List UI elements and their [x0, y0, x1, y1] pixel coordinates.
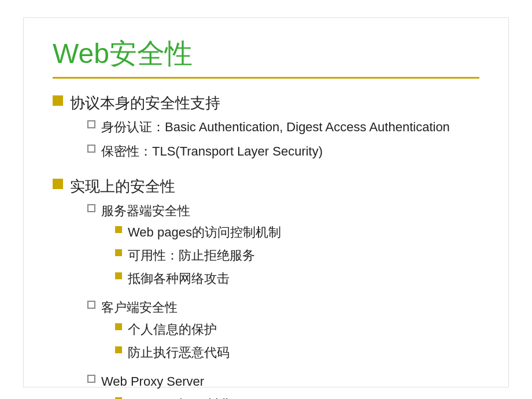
l2-text: 服务器端安全性: [101, 202, 281, 220]
l2-bullet-icon: [87, 375, 95, 383]
l3-text: 个人信息的保护: [128, 320, 217, 339]
l1-content: 实现上的安全性 服务器端安全性 Web pages的访问控制机制: [70, 176, 281, 399]
slide: Web安全性 协议本身的安全性支持 身份认证：Basic Authenticat…: [23, 17, 509, 387]
l2-bullet-icon: [87, 145, 95, 153]
l1-text: 协议本身的安全性支持: [70, 93, 450, 113]
l3-text: 防止执行恶意代码: [128, 343, 230, 362]
l2-content: Web Proxy Server Man-In-The-Middle: [101, 372, 235, 399]
l1-children: 身份认证：Basic Authentication, Digest Access…: [87, 118, 450, 161]
l3-text-mitm: Man-In-The-Middle: [128, 394, 235, 399]
l1-bullet-icon: [53, 179, 63, 189]
l2-bullet-icon: [87, 120, 95, 128]
list-item: Web Proxy Server Man-In-The-Middle: [87, 372, 281, 399]
l1-content: 协议本身的安全性支持 身份认证：Basic Authentication, Di…: [70, 93, 450, 167]
l3-text: 抵御各种网络攻击: [128, 269, 230, 288]
list-item: 实现上的安全性 服务器端安全性 Web pages的访问控制机制: [53, 176, 479, 399]
l1-children: 服务器端安全性 Web pages的访问控制机制 可用性：防止拒绝服务: [87, 202, 281, 399]
list-item: 协议本身的安全性支持 身份认证：Basic Authentication, Di…: [53, 93, 479, 167]
l2-text-proxy: Web Proxy Server: [101, 372, 235, 391]
slide-title: Web安全性: [53, 35, 479, 79]
l2-bullet-icon: [87, 301, 95, 309]
list-item: Man-In-The-Middle: [115, 394, 235, 399]
l3-bullet-icon: [115, 323, 122, 330]
l3-text: 可用性：防止拒绝服务: [128, 246, 255, 265]
list-item: 防止执行恶意代码: [115, 343, 230, 362]
l1-text: 实现上的安全性: [70, 176, 281, 197]
l1-bullet-icon: [53, 95, 63, 106]
list-item: 身份认证：Basic Authentication, Digest Access…: [87, 118, 450, 136]
list-item: 客户端安全性 个人信息的保护 防止执行恶意代码: [87, 298, 281, 367]
l2-children: Man-In-The-Middle: [115, 394, 235, 399]
l2-text: 身份认证：Basic Authentication, Digest Access…: [101, 118, 450, 136]
list-item: 服务器端安全性 Web pages的访问控制机制 可用性：防止拒绝服务: [87, 202, 281, 293]
l2-text: 客户端安全性: [101, 298, 230, 317]
list-item: 保密性：TLS(Transport Layer Security): [87, 142, 450, 161]
l3-bullet-icon: [115, 272, 122, 279]
l2-bullet-icon: [87, 204, 95, 212]
list-item: Web pages的访问控制机制: [115, 223, 281, 242]
list-item: 个人信息的保护: [115, 320, 230, 339]
list-item: 抵御各种网络攻击: [115, 269, 281, 288]
l3-text: Web pages的访问控制机制: [128, 223, 281, 242]
l3-bullet-icon: [115, 226, 122, 233]
l2-content: 服务器端安全性 Web pages的访问控制机制 可用性：防止拒绝服务: [101, 202, 281, 293]
l3-bullet-icon: [115, 249, 122, 256]
l3-bullet-icon: [115, 346, 122, 353]
list-item: 可用性：防止拒绝服务: [115, 246, 281, 265]
l2-children: Web pages的访问控制机制 可用性：防止拒绝服务 抵御各种网络攻击: [115, 223, 281, 288]
content-area: 协议本身的安全性支持 身份认证：Basic Authentication, Di…: [53, 93, 479, 399]
l2-content: 客户端安全性 个人信息的保护 防止执行恶意代码: [101, 298, 230, 367]
l2-children: 个人信息的保护 防止执行恶意代码: [115, 320, 230, 362]
l2-text: 保密性：TLS(Transport Layer Security): [101, 142, 323, 161]
